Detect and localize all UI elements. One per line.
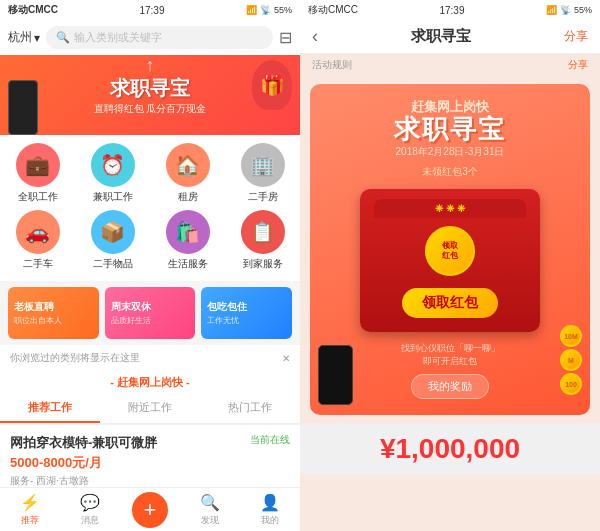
right-content: 活动规则 分享 赶集网上岗快 求职寻宝 2018年2月28日-3月31日 未领红…: [300, 54, 600, 531]
job-info: 服务- 西湖·古墩路: [10, 474, 290, 488]
chevron-down-icon: ▾: [34, 31, 40, 45]
search-box[interactable]: 🔍 输入类别或关键字: [46, 26, 273, 49]
right-carrier: 移动CMCC: [308, 3, 358, 17]
nav-profile-label: 我的: [261, 514, 279, 527]
section-title: - 赶集网上岗快 -: [0, 371, 300, 394]
cat-used-car-icon: 🚗: [16, 210, 60, 254]
browse-notice-text: 你浏览过的类别将显示在这里: [10, 351, 140, 365]
cat-used-car[interactable]: 🚗 二手车: [8, 210, 68, 271]
nav-plus-button[interactable]: +: [132, 492, 168, 528]
promo-food-text: 包吃包住 工作无忧: [207, 300, 247, 326]
envelope-circle: 领取红包: [425, 226, 475, 276]
job-salary: 5000-8000元/月: [10, 454, 290, 472]
promo-card-weekend[interactable]: 周末双休 品质好生活: [105, 287, 196, 339]
cat-secondhand-house-icon: 🏢: [241, 143, 285, 187]
banner[interactable]: 求职寻宝 直聘得红包 瓜分百万现金 🎁 ↑: [0, 55, 300, 135]
promo-card-food[interactable]: 包吃包住 工作无忧: [201, 287, 292, 339]
right-battery: 55%: [574, 5, 592, 15]
right-signal-icon: 📶: [546, 5, 557, 15]
right-page-title: 求职寻宝: [411, 27, 471, 46]
search-icon: 🔍: [56, 31, 70, 44]
bottom-navigation: ⚡ 推荐 💬 消息 + 🔍 发现 👤 我的: [0, 487, 300, 531]
right-wifi-icon: 📡: [560, 5, 571, 15]
cat-parttime[interactable]: ⏰ 兼职工作: [83, 143, 143, 204]
close-icon[interactable]: ✕: [282, 353, 290, 364]
cat-rental-label: 租房: [178, 190, 198, 204]
promo-row: 老板直聘 职位出自本人 周末双休 品质好生活 包吃包住 工作无忧: [0, 281, 300, 345]
coin-1: 10M: [560, 325, 582, 347]
right-status-bar: 移动CMCC 17:39 📶 📡 55%: [300, 0, 600, 20]
share-right-link[interactable]: 分享: [568, 58, 588, 72]
coin-2: M: [560, 349, 582, 371]
job-title: 网拍穿衣模特-兼职可微胖: [10, 435, 157, 450]
category-row-1: 💼 全职工作 ⏰ 兼职工作 🏠 租房 🏢 二手房: [0, 143, 300, 204]
nav-profile[interactable]: 👤 我的: [240, 488, 300, 531]
promo-date: 2018年2月28日-3月31日: [322, 145, 578, 159]
right-panel: 移动CMCC 17:39 📶 📡 55% ‹ 求职寻宝 分享 活动规则 分享 赶…: [300, 0, 600, 531]
job-company: 服务-: [10, 475, 33, 486]
nav-recommend-icon: ⚡: [20, 493, 40, 512]
cat-used-goods[interactable]: 📦 二手物品: [83, 210, 143, 271]
red-envelope[interactable]: ❈ ❈ ❈ 领取红包 领取红包: [360, 189, 540, 332]
cat-used-car-label: 二手车: [23, 257, 53, 271]
cat-fulltime[interactable]: 💼 全职工作: [8, 143, 68, 204]
wifi-icon: 📡: [260, 5, 271, 15]
cat-secondhand-house[interactable]: 🏢 二手房: [233, 143, 293, 204]
left-status-bar: 移动CMCC 17:39 📶 📡 55%: [0, 0, 300, 20]
nav-discover-icon: 🔍: [200, 493, 220, 512]
nav-message-icon: 💬: [80, 493, 100, 512]
nav-message[interactable]: 💬 消息: [60, 488, 120, 531]
cat-rental[interactable]: 🏠 租房: [158, 143, 218, 204]
share-button-top[interactable]: 分享: [564, 28, 588, 45]
right-time: 17:39: [439, 5, 464, 16]
cat-home-service[interactable]: 📋 到家服务: [233, 210, 293, 271]
nav-publish[interactable]: +: [120, 488, 180, 531]
job-tabs: 推荐工作 附近工作 热门工作: [0, 394, 300, 424]
cat-fulltime-icon: 💼: [16, 143, 60, 187]
left-panel: 移动CMCC 17:39 📶 📡 55% 杭州 ▾ 🔍 输入类别或关键字 ⊟ 求…: [0, 0, 300, 531]
cat-rental-icon: 🏠: [166, 143, 210, 187]
banner-character: 🎁: [252, 60, 292, 110]
promo-boss-text: 老板直聘 职位出自本人: [14, 300, 62, 326]
category-row-2: 🚗 二手车 📦 二手物品 🛍️ 生活服务 📋 到家服务: [0, 210, 300, 271]
promo-big-title: 求职寻宝: [322, 116, 578, 142]
right-status-right: 📶 📡 55%: [546, 5, 592, 15]
qr-icon[interactable]: ⊟: [279, 28, 292, 47]
nav-discover[interactable]: 🔍 发现: [180, 488, 240, 531]
cat-secondhand-house-label: 二手房: [248, 190, 278, 204]
back-button[interactable]: ‹: [312, 26, 318, 47]
banner-subtitle: 直聘得红包 瓜分百万现金: [94, 102, 207, 116]
search-placeholder: 输入类别或关键字: [74, 30, 162, 45]
cat-life-service[interactable]: 🛍️ 生活服务: [158, 210, 218, 271]
job-status: 当前在线: [250, 433, 290, 447]
envelope-top: ❈ ❈ ❈: [374, 199, 526, 218]
cat-fulltime-label: 全职工作: [18, 190, 58, 204]
banner-phone-decoration: [8, 80, 38, 135]
categories-grid: 💼 全职工作 ⏰ 兼职工作 🏠 租房 🏢 二手房 🚗 二手车 📦: [0, 135, 300, 281]
my-reward-button[interactable]: 我的奖励: [411, 374, 489, 399]
promo-weekend-text: 周末双休 品质好生活: [111, 300, 151, 326]
phone-decoration: [318, 345, 353, 405]
banner-content: 求职寻宝 直聘得红包 瓜分百万现金: [94, 75, 207, 116]
left-content-area: ⚡ 推荐 💬 消息 + 🔍 发现 👤 我的: [0, 496, 300, 531]
cat-home-service-icon: 📋: [241, 210, 285, 254]
tab-recommended[interactable]: 推荐工作: [0, 394, 100, 423]
claim-red-packet-button[interactable]: 领取红包: [402, 288, 498, 318]
packet-count: 未领红包3个: [322, 165, 578, 179]
location-button[interactable]: 杭州 ▾: [8, 29, 40, 46]
tab-nearby[interactable]: 附近工作: [100, 394, 200, 423]
nav-recommend[interactable]: ⚡ 推荐: [0, 488, 60, 531]
promo-card-boss[interactable]: 老板直聘 职位出自本人: [8, 287, 99, 339]
battery-icon: 55%: [274, 5, 292, 15]
nav-profile-icon: 👤: [260, 493, 280, 512]
tab-hot[interactable]: 热门工作: [200, 394, 300, 423]
coins-decoration: 10M M 100: [560, 325, 582, 395]
prize-amount: ¥1,000,000: [310, 433, 590, 465]
activity-rules-link[interactable]: 活动规则 分享: [300, 54, 600, 76]
cat-parttime-label: 兼职工作: [93, 190, 133, 204]
cat-used-goods-icon: 📦: [91, 210, 135, 254]
job-card[interactable]: 网拍穿衣模特-兼职可微胖 当前在线 5000-8000元/月 服务- 西湖·古墩…: [0, 424, 300, 496]
coin-3: 100: [560, 373, 582, 395]
right-top-bar: ‹ 求职寻宝 分享: [300, 20, 600, 54]
left-status-right: 📶 📡 55%: [246, 5, 292, 15]
